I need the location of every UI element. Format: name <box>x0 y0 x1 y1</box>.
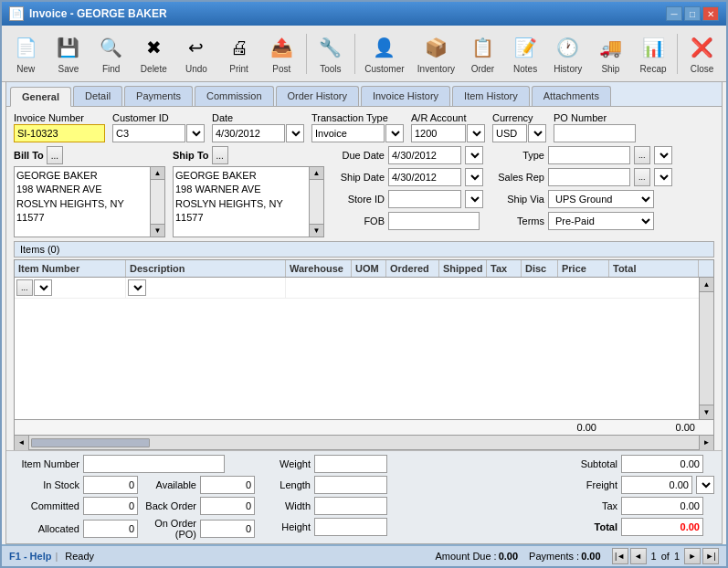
ar-account-select[interactable] <box>467 124 485 142</box>
tax-input[interactable] <box>621 497 703 515</box>
date-select[interactable] <box>286 124 304 142</box>
history-button[interactable]: 🕐 History <box>547 28 588 79</box>
notes-icon: 📝 <box>511 33 540 62</box>
available-label: Available <box>142 479 196 490</box>
window-close-button[interactable]: ✕ <box>702 6 719 21</box>
type-input[interactable] <box>548 146 630 164</box>
hscroll-thumb[interactable] <box>31 438 150 447</box>
tab-invoice-history[interactable]: Invoice History <box>361 86 450 106</box>
store-id-input[interactable] <box>388 190 461 208</box>
ship-to-address[interactable]: GEORGE BAKER 198 WARNER AVE ROSLYN HEIGH… <box>173 166 310 237</box>
on-order-input[interactable] <box>200 520 255 538</box>
sales-rep-input[interactable] <box>548 168 630 186</box>
ship-date-select[interactable] <box>465 168 483 186</box>
freight-input[interactable] <box>621 476 692 494</box>
length-input[interactable] <box>314 476 387 494</box>
tab-order-history[interactable]: Order History <box>276 86 359 106</box>
tab-bar: General Detail Payments Commission Order… <box>6 82 722 107</box>
print-button[interactable]: 🖨 Print <box>218 28 259 79</box>
ship-icon: 🚚 <box>596 33 625 62</box>
back-order-input[interactable] <box>200 497 255 515</box>
save-button[interactable]: 💾 Save <box>48 28 90 79</box>
notes-button[interactable]: 📝 Notes <box>505 28 546 79</box>
type-select[interactable] <box>654 146 672 164</box>
main-window: 📄 Invoice - GEORGE BAKER ─ □ ✕ 📄 New 💾 S… <box>0 0 728 568</box>
nav-last[interactable]: ►| <box>702 548 719 564</box>
on-order-label: On Order (PO) <box>142 518 196 540</box>
vscroll-down[interactable]: ▼ <box>700 405 713 419</box>
terms-select[interactable]: Pre-Paid <box>548 212 654 230</box>
delete-button[interactable]: ✖ Delete <box>133 28 174 79</box>
currency-input[interactable] <box>492 124 527 142</box>
hscroll-left[interactable]: ◄ <box>15 436 29 450</box>
po-number-input[interactable] <box>554 124 636 142</box>
th-tax: Tax <box>487 260 522 277</box>
new-button[interactable]: 📄 New <box>5 28 47 79</box>
customer-button[interactable]: 👤 Customer <box>359 28 410 79</box>
due-date-select[interactable] <box>465 146 483 164</box>
post-button[interactable]: 📤 Post <box>261 28 302 79</box>
sales-rep-btn[interactable]: ... <box>634 168 650 186</box>
bill-to-button[interactable]: ... <box>47 146 63 164</box>
type-btn[interactable]: ... <box>634 146 650 164</box>
tab-general[interactable]: General <box>10 87 71 107</box>
subtotal-input[interactable] <box>621 455 703 473</box>
tab-attachments[interactable]: Attachments <box>532 86 611 106</box>
sales-rep-select[interactable] <box>654 168 672 186</box>
ship-to-scroll-down[interactable]: ▼ <box>310 224 323 237</box>
bill-to-scroll-down[interactable]: ▼ <box>151 224 164 237</box>
maximize-button[interactable]: □ <box>684 6 701 21</box>
bill-to-scroll-up[interactable]: ▲ <box>151 167 164 180</box>
tools-button[interactable]: 🔧 Tools <box>311 28 352 79</box>
invoice-number-input[interactable] <box>14 124 105 142</box>
total-input[interactable] <box>621 518 703 536</box>
th-disc: Disc <box>522 260 558 277</box>
tab-commission[interactable]: Commission <box>195 86 274 106</box>
in-stock-input[interactable] <box>83 476 138 494</box>
tab-detail[interactable]: Detail <box>73 86 122 106</box>
transaction-type-select[interactable] <box>385 124 404 142</box>
tab-item-history[interactable]: Item History <box>452 86 530 106</box>
vscroll-up[interactable]: ▲ <box>700 278 713 292</box>
customer-id-select[interactable] <box>186 124 205 142</box>
transaction-type-input[interactable] <box>311 124 385 142</box>
date-input[interactable] <box>212 124 285 142</box>
recap-button[interactable]: 📊 Recap <box>633 28 674 79</box>
ar-account-input[interactable] <box>411 124 466 142</box>
ship-via-select[interactable]: UPS Ground <box>548 190 654 208</box>
title-bar: 📄 Invoice - GEORGE BAKER ─ □ ✕ <box>2 2 726 26</box>
undo-button[interactable]: ↩ Undo <box>176 28 217 79</box>
order-button[interactable]: 📋 Order <box>462 28 503 79</box>
tab-payments[interactable]: Payments <box>124 86 193 106</box>
ship-button[interactable]: 🚚 Ship <box>590 28 631 79</box>
store-id-select[interactable] <box>465 190 483 208</box>
inventory-button[interactable]: 📦 Inventory <box>412 28 460 79</box>
allocated-input[interactable] <box>83 520 138 538</box>
find-button[interactable]: 🔍 Find <box>90 28 132 79</box>
description-row-select[interactable] <box>128 279 146 296</box>
nav-next[interactable]: ► <box>684 548 701 564</box>
minimize-button[interactable]: ─ <box>666 6 682 21</box>
nav-first[interactable]: |◄ <box>612 548 628 564</box>
width-input[interactable] <box>314 497 387 515</box>
bill-to-address[interactable]: GEORGE BAKER 198 WARNER AVE ROSLYN HEIGH… <box>14 166 151 237</box>
customer-id-input[interactable] <box>112 124 185 142</box>
fob-input[interactable] <box>388 212 480 230</box>
currency-select[interactable] <box>528 124 546 142</box>
nav-prev[interactable]: ◄ <box>630 548 647 564</box>
due-date-input[interactable] <box>388 146 461 164</box>
ship-to-scroll-up[interactable]: ▲ <box>310 167 323 180</box>
available-input[interactable] <box>200 476 255 494</box>
item-number-row-btn[interactable]: ... <box>16 279 33 296</box>
close-button[interactable]: ❌ Close <box>681 28 723 79</box>
ship-to-button[interactable]: ... <box>212 146 228 164</box>
height-input[interactable] <box>314 518 387 536</box>
committed-input[interactable] <box>83 497 138 515</box>
item-number-row-select[interactable] <box>34 279 52 296</box>
payments-label: Payments : <box>529 551 579 562</box>
ship-date-input[interactable] <box>388 168 461 186</box>
weight-input[interactable] <box>314 455 387 473</box>
hscroll-right[interactable]: ► <box>699 436 713 450</box>
bottom-item-number-input[interactable] <box>83 455 225 473</box>
freight-select[interactable] <box>696 476 714 494</box>
